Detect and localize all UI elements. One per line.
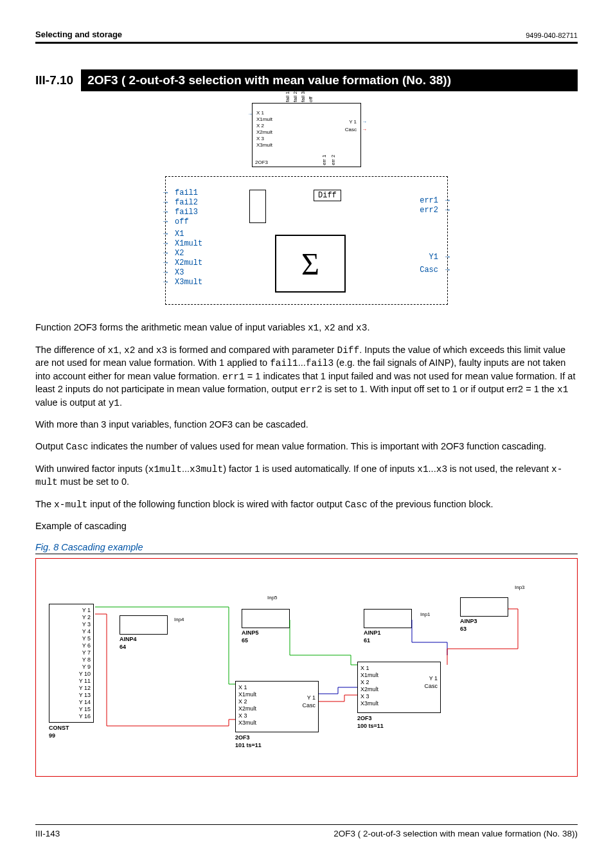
in-x2: X 2 [256, 123, 264, 129]
code-x1: x1 [557, 384, 568, 395]
fig8-wires [36, 559, 577, 776]
top-off: off [308, 96, 314, 102]
t: ... [429, 464, 436, 474]
top-fail2: fail 2 [292, 91, 298, 102]
code-x2: x2 [324, 323, 335, 333]
t: input of the following function block is… [87, 499, 345, 509]
code-x3mult: x3mult [190, 464, 223, 475]
para-5: With unwired factor inputs (x1mult...x3m… [35, 463, 578, 489]
code-x1: x1 [308, 323, 319, 333]
code-casc: Casc [66, 442, 89, 452]
t: The [35, 499, 54, 509]
code-err2: err2 [300, 384, 323, 395]
code-fail1: fail1 [270, 358, 298, 368]
t: indicates the number of values used for … [88, 441, 546, 451]
in-x1mult: X1mult [256, 116, 272, 122]
section-heading: III-7.10 2OF3 ( 2-out-of-3 selection wit… [35, 69, 578, 91]
diagram-area: → X 1 X1mult X 2 X2mult X 3 X3mult fail … [35, 103, 578, 305]
code-y1: y1 [109, 398, 120, 408]
t: and [135, 345, 155, 355]
ro-err2: err2 [420, 206, 438, 215]
out-err1: err 1 [321, 155, 327, 165]
ro-casc: Casc [420, 266, 438, 275]
top-fail1: fail 1 [285, 91, 290, 102]
t: must be set to 0. [58, 476, 129, 487]
footer-right: 2OF3 ( 2-out-of-3 selection with mean va… [333, 829, 578, 838]
block-2of3-small: → X 1 X1mult X 2 X2mult X 3 X3mult fail … [252, 103, 361, 167]
t: Function 2OF3 forms the arithmetic mean … [35, 322, 308, 332]
t: The difference of [35, 345, 108, 355]
t: , [119, 345, 124, 355]
ro-y1: Y1 [429, 253, 438, 262]
in-x2mult: X2mult [256, 129, 272, 135]
li-x2: X2 [175, 249, 184, 258]
t: With unwired factor inputs ( [35, 464, 148, 474]
t: is formed and compared with parameter [167, 345, 337, 355]
t: of the previous function block. [368, 499, 493, 509]
or-gate [249, 190, 266, 223]
header-right: 9499-040-82711 [526, 32, 578, 39]
code-x3: x3 [156, 345, 167, 356]
t: . [120, 397, 122, 408]
code-casc: Casc [345, 500, 368, 510]
t: . [367, 322, 369, 332]
t: is set to 1. With input off set to 1 or … [323, 384, 557, 394]
li-x2mult: X2mult [175, 258, 202, 267]
li-x3: X3 [175, 268, 184, 277]
header-left: Selecting and storage [35, 30, 122, 39]
footer-rule [35, 824, 578, 825]
in-x1: X 1 [256, 110, 264, 116]
para-1: Function 2OF3 forms the arithmetic mean … [35, 321, 578, 335]
li-x3mult: X3mult [175, 278, 202, 287]
diff-box: Diff [314, 190, 341, 201]
footer-left: III-143 [35, 829, 60, 838]
top-fail3: fail 3 [300, 91, 306, 102]
code-x1mult: x1mult [148, 464, 182, 475]
t: ) factor 1 is used automatically. If one… [223, 464, 417, 474]
code-fail3: fail3 [306, 358, 334, 368]
para-2: The difference of x1, x2 and x3 is forme… [35, 344, 578, 410]
li-fail3: fail3 [175, 208, 198, 217]
section-title: 2OF3 ( 2-out-of-3 selection with mean va… [81, 69, 578, 91]
out-casc: Casc [345, 127, 357, 132]
t: ... [182, 464, 190, 474]
sigma-box: Σ [275, 235, 346, 293]
code-diff: Diff [337, 345, 359, 356]
ro-err1: err1 [420, 196, 438, 205]
section-number: III-7.10 [35, 69, 81, 91]
in-x3: X 3 [256, 136, 264, 141]
block-name: 2OF3 [255, 159, 268, 165]
t: and [335, 322, 356, 332]
fig8-rule [35, 554, 578, 554]
code-x2: x2 [124, 345, 135, 356]
li-fail2: fail2 [175, 198, 198, 207]
para-6: The x-mult input of the following functi… [35, 498, 578, 512]
block-2of3-internal: fail1 fail2 fail3 off X1 X1mult X2 X2mul… [165, 176, 448, 305]
fig8-caption: Fig. 8 Cascading example [35, 542, 578, 552]
in-x3mult: X3mult [256, 142, 272, 148]
fig8-diagram: Y 1 Y 2 Y 3 Y 4 Y 5 Y 6 Y 7 Y 8 Y 9 Y 10… [35, 558, 578, 777]
li-off: off [175, 217, 189, 226]
para-3: With more than 3 input variables, functi… [35, 419, 578, 431]
code-err1: err1 [222, 372, 245, 382]
out-err2: err 2 [330, 155, 336, 165]
li-fail1: fail1 [175, 188, 198, 197]
page-footer: III-143 2OF3 ( 2-out-of-3 selection with… [35, 824, 578, 838]
page-header: Selecting and storage 9499-040-82711 [35, 30, 578, 42]
t: is not used, the relevant [447, 464, 551, 474]
code-x1: x1 [417, 464, 428, 475]
header-rule [35, 42, 578, 44]
para-7: Example of cascading [35, 520, 578, 533]
li-x1mult: X1mult [175, 239, 202, 248]
code-x3: x3 [356, 323, 367, 333]
t: Output [35, 441, 66, 451]
code-xmult: x-mult [54, 500, 87, 510]
li-x1: X1 [175, 230, 184, 239]
out-y1: Y 1 [349, 119, 357, 125]
code-x3: x3 [436, 464, 447, 475]
t: value is output at [35, 397, 109, 408]
code-x1: x1 [108, 345, 119, 356]
t: ... [298, 357, 306, 368]
para-4: Output Casc indicates the number of valu… [35, 440, 578, 454]
